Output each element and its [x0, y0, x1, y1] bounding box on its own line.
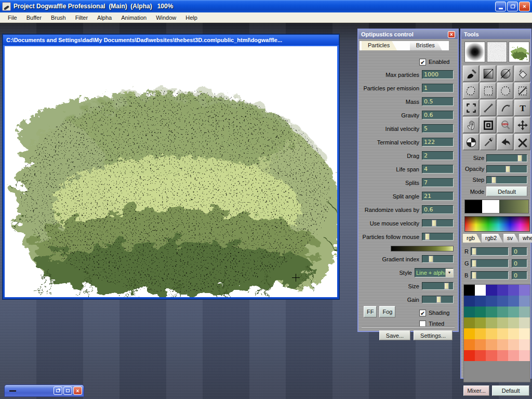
- text-tool-tool-button[interactable]: T: [514, 100, 530, 116]
- palette-swatch[interactable]: [464, 307, 475, 317]
- palette-swatch[interactable]: [508, 350, 519, 361]
- gain-slider[interactable]: [422, 296, 454, 303]
- palette-swatch[interactable]: [475, 317, 486, 328]
- paint-bucket-tool-button[interactable]: [514, 65, 530, 82]
- zoom-region-tool-button[interactable]: [480, 117, 496, 133]
- tab-bristles[interactable]: Bristles: [410, 41, 442, 50]
- gradient-ellipse-tool-button[interactable]: [497, 65, 513, 82]
- color-tab-rgb[interactable]: rgb: [463, 234, 481, 243]
- color-tab-sv[interactable]: sv: [503, 234, 519, 243]
- chevron-down-icon[interactable]: ▼: [445, 269, 453, 277]
- close-button[interactable]: ×: [519, 2, 530, 11]
- noise-texture-preview[interactable]: [487, 42, 508, 62]
- step-slider[interactable]: [486, 176, 527, 184]
- param-input[interactable]: 0.5: [422, 97, 454, 106]
- menu-help[interactable]: Help: [181, 14, 202, 22]
- param-input[interactable]: 2: [422, 151, 454, 160]
- ellipse-select-tool-button[interactable]: [497, 83, 513, 99]
- palette-swatch[interactable]: [508, 328, 519, 339]
- palette-swatch[interactable]: [519, 350, 530, 361]
- palette-swatch[interactable]: [497, 307, 508, 317]
- slider-handle[interactable]: [472, 248, 476, 255]
- menu-filter[interactable]: Filter: [71, 14, 92, 22]
- paintbrush-tool-button[interactable]: [463, 65, 479, 82]
- palette-swatch[interactable]: [464, 285, 475, 296]
- slider-handle[interactable]: [506, 166, 510, 172]
- palette-swatch[interactable]: [475, 328, 486, 339]
- palette-swatch[interactable]: [508, 339, 519, 350]
- palette-swatch[interactable]: [475, 350, 486, 361]
- save-button[interactable]: Save...: [379, 330, 410, 340]
- param-input[interactable]: 5: [422, 124, 454, 133]
- mixer-button[interactable]: Mixer...: [463, 385, 489, 396]
- slider-handle[interactable]: [517, 155, 522, 162]
- palette-default-button[interactable]: Default: [492, 385, 529, 396]
- param-input[interactable]: 7: [422, 178, 454, 187]
- eyedropper-tool-button[interactable]: [480, 134, 496, 150]
- palette-swatch[interactable]: [508, 296, 519, 307]
- palette-swatch[interactable]: [486, 307, 497, 317]
- palette-swatch[interactable]: [497, 328, 508, 339]
- palette-swatch[interactable]: [508, 285, 519, 296]
- slider-handle[interactable]: [432, 220, 436, 227]
- pattern-sphere-tool-button[interactable]: [463, 134, 479, 150]
- color-tab-rgb2[interactable]: rgb2: [482, 234, 503, 243]
- size-slider[interactable]: [422, 282, 454, 290]
- menu-buffer[interactable]: Buffer: [22, 14, 46, 22]
- slider-handle[interactable]: [472, 260, 476, 267]
- freehand-select-tool-button[interactable]: [463, 83, 479, 99]
- palette-swatch[interactable]: [464, 339, 475, 350]
- param-input[interactable]: 0.6: [422, 205, 454, 214]
- hue-spectrum-picker[interactable]: [464, 216, 530, 232]
- optipustics-close-icon[interactable]: ×: [448, 31, 455, 38]
- palette-swatch[interactable]: [519, 307, 530, 317]
- mini-restore-button[interactable]: [54, 387, 62, 395]
- frame-corners-tool-button[interactable]: [463, 100, 479, 116]
- palette-swatch[interactable]: [464, 296, 475, 307]
- palette-swatch[interactable]: [464, 328, 475, 339]
- channel-g-value[interactable]: 0: [512, 259, 527, 268]
- canvas[interactable]: [5, 46, 337, 297]
- palette-swatch[interactable]: [486, 296, 497, 307]
- palette-swatch[interactable]: [508, 317, 519, 328]
- soft-brush-preview[interactable]: [464, 42, 485, 62]
- enabled-checkbox[interactable]: ✔: [419, 59, 426, 65]
- palette-swatch[interactable]: [508, 307, 519, 317]
- palette-swatch[interactable]: [486, 339, 497, 350]
- param-input[interactable]: 1000: [422, 70, 454, 79]
- rectangle-select-tool-button[interactable]: [480, 83, 496, 99]
- palette-swatch[interactable]: [486, 328, 497, 339]
- palette-swatch[interactable]: [486, 285, 497, 296]
- color-tab-wheel[interactable]: wheel: [519, 234, 532, 243]
- mini-close-button[interactable]: ×: [73, 387, 82, 395]
- mini-maximize-button[interactable]: [63, 387, 72, 395]
- pan-hand-tool-button[interactable]: [463, 117, 479, 133]
- palette-swatch[interactable]: [486, 317, 497, 328]
- channel-r-slider[interactable]: [471, 247, 509, 256]
- menu-animation[interactable]: Animation: [116, 14, 151, 22]
- param-slider[interactable]: [422, 219, 454, 227]
- minimized-window[interactable]: ×: [4, 384, 84, 397]
- restore-button[interactable]: [507, 2, 518, 11]
- palette-swatch[interactable]: [475, 339, 486, 350]
- zoom-100-tool-button[interactable]: 100%: [497, 117, 513, 133]
- move-tool-tool-button[interactable]: [514, 117, 530, 133]
- shading-checkbox[interactable]: ✔: [419, 310, 426, 316]
- palette-swatch[interactable]: [519, 285, 530, 296]
- palette-swatch[interactable]: [464, 350, 475, 361]
- delete-x-tool-button[interactable]: [514, 134, 530, 150]
- param-input[interactable]: 1: [422, 84, 454, 92]
- palette-swatch[interactable]: [497, 339, 508, 350]
- undo-arrow-tool-button[interactable]: [497, 134, 513, 150]
- palette-swatch[interactable]: [497, 317, 508, 328]
- secondary-color-swatch[interactable]: [482, 200, 499, 213]
- gradient-swatch[interactable]: [499, 200, 528, 213]
- palette-swatch[interactable]: [475, 285, 486, 296]
- menu-alpha[interactable]: Alpha: [92, 14, 116, 22]
- size-slider[interactable]: [486, 154, 527, 162]
- channel-b-slider[interactable]: [471, 271, 509, 280]
- style-dropdown[interactable]: Line + alpha ▼: [415, 268, 454, 277]
- foliage-brush-preview[interactable]: [509, 42, 529, 62]
- palette-swatch[interactable]: [497, 285, 508, 296]
- menu-window[interactable]: Window: [151, 14, 181, 22]
